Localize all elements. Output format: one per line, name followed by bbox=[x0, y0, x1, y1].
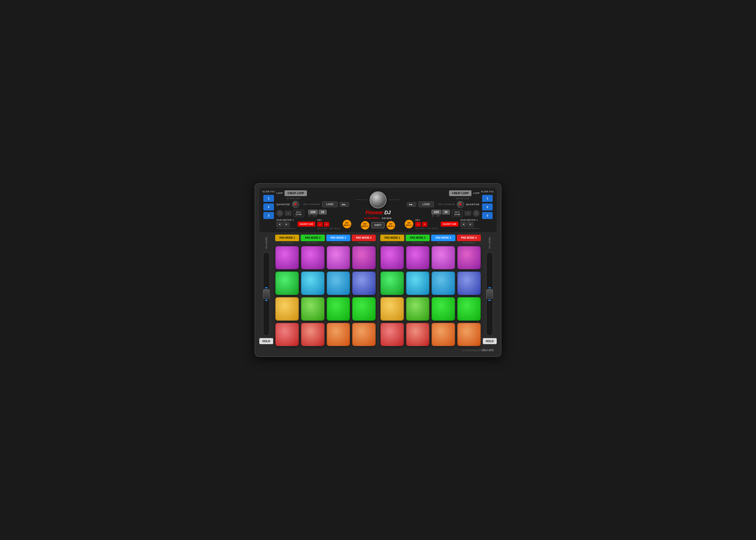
left-two-x-btn[interactable]: 2X bbox=[319, 210, 326, 214]
right-pad-4[interactable] bbox=[457, 246, 481, 270]
left-pad-8[interactable] bbox=[352, 271, 376, 295]
slide-fx2-btn3[interactable]: 3 bbox=[482, 212, 493, 219]
right-slider-handle[interactable] bbox=[486, 289, 493, 299]
right-quantize-knob[interactable] bbox=[457, 201, 464, 208]
left-pad-mode7-label: PAD MODE 7 bbox=[332, 242, 344, 244]
right-key-minus[interactable]: − bbox=[415, 222, 421, 227]
right-load-btn[interactable]: LOAD bbox=[418, 202, 434, 207]
right-key-plus[interactable]: + bbox=[422, 222, 427, 227]
left-key-minus[interactable]: − bbox=[317, 222, 323, 227]
right-pad-16[interactable] bbox=[457, 323, 481, 346]
left-pad-14[interactable] bbox=[301, 323, 324, 346]
right-pad-mode2-btn[interactable]: PAD MODE 2 bbox=[406, 235, 430, 241]
left-cue-transport[interactable]: ▶▶⎯ bbox=[340, 202, 349, 207]
shift-btn[interactable]: SHIFT bbox=[371, 222, 385, 228]
center-int-deck3-btn[interactable]: INT DECK 3 bbox=[361, 221, 369, 229]
slide-fx1-btn3[interactable]: 3 bbox=[263, 212, 274, 219]
right-pad-15[interactable] bbox=[432, 323, 455, 346]
right-pad-mode4-btn[interactable]: PAD MODE 4 bbox=[457, 235, 481, 241]
left-pad-3[interactable] bbox=[327, 246, 350, 270]
left-beat-sync-btn[interactable]: BEAT SYNC bbox=[293, 210, 304, 217]
right-pad-mode3-btn[interactable]: PAD MODE 3 bbox=[431, 235, 455, 241]
left-quantize-dot bbox=[294, 203, 296, 205]
left-param1-label: PARAMETER 1 bbox=[277, 219, 295, 221]
slide-fx1-btn2[interactable]: 2 bbox=[263, 203, 274, 210]
left-load-btn[interactable]: LOAD bbox=[322, 202, 338, 207]
left-pad-4[interactable] bbox=[352, 246, 376, 270]
left-param-left-btn[interactable]: ◄ bbox=[277, 222, 283, 227]
left-quantize-label: QUANTIZE bbox=[277, 203, 290, 206]
right-music-note[interactable]: ♫ bbox=[465, 211, 471, 215]
left-pad-11[interactable] bbox=[327, 297, 350, 321]
left-pad-1[interactable] bbox=[275, 246, 299, 270]
master-knob[interactable] bbox=[369, 191, 387, 208]
right-param-right-btn[interactable]: ► bbox=[468, 222, 473, 227]
right-pad-12[interactable] bbox=[457, 297, 481, 321]
left-pad-5[interactable] bbox=[275, 271, 299, 295]
right-pad-2[interactable] bbox=[406, 246, 430, 270]
left-pad-2[interactable] bbox=[301, 246, 324, 270]
center-int-deck4-btn[interactable]: INT DECK 4 bbox=[387, 221, 395, 229]
right-beat-loop-btn[interactable]: 4 BEAT LOOP bbox=[449, 190, 472, 196]
left-pad-group: PAD MODE 1 PAD MODE 5 PAD MODE 2 PAD MOD… bbox=[275, 235, 376, 346]
left-pad-mode2-btn[interactable]: PAD MODE 2 bbox=[300, 235, 324, 241]
right-pad-mode1-btn[interactable]: PAD MODE 1 bbox=[380, 235, 404, 241]
left-key-plus[interactable]: + bbox=[324, 222, 329, 227]
controller-type: DJ CONTROLLER bbox=[463, 349, 481, 352]
right-loop-label: LOOP bbox=[473, 192, 479, 194]
left-slider-handle[interactable] bbox=[263, 289, 270, 299]
left-int-deck-btn[interactable]: INT DECK 3 bbox=[343, 220, 351, 228]
center-deck4-label: DECK 4 bbox=[388, 225, 394, 227]
right-param2-label: ◄ PARAMETER 2 ► bbox=[461, 227, 479, 229]
left-music-note[interactable]: ♫ bbox=[285, 211, 291, 215]
right-pad-11[interactable] bbox=[432, 297, 455, 321]
left-beat-loop-btn[interactable]: 4 BEAT LOOP bbox=[284, 190, 307, 196]
slide-fx1-btn1[interactable]: 1 bbox=[263, 195, 274, 202]
right-beat-sync-btn[interactable]: BEAT SYNC bbox=[452, 210, 463, 217]
left-silent-cue-btn[interactable]: SILENT CUE bbox=[297, 221, 315, 227]
right-cue-transport[interactable]: ▶▶⎯ bbox=[407, 202, 416, 207]
left-quantize-knob[interactable] bbox=[292, 201, 299, 208]
left-beat-label: BEAT bbox=[295, 211, 302, 213]
left-pad-7[interactable] bbox=[327, 271, 350, 295]
right-fx-slider-track[interactable] bbox=[486, 252, 493, 336]
right-hold-btn[interactable]: HOLD bbox=[483, 338, 497, 344]
right-pad-3[interactable] bbox=[432, 246, 455, 270]
left-param-right-btn[interactable]: ► bbox=[284, 222, 289, 227]
right-silent-cue-btn[interactable]: SILENT CUE bbox=[441, 221, 459, 227]
right-pad-14[interactable] bbox=[406, 323, 430, 346]
right-param-left-btn[interactable]: ◄ bbox=[461, 222, 467, 227]
right-pad-13[interactable] bbox=[380, 323, 404, 346]
left-fx-slider-track[interactable] bbox=[263, 252, 270, 336]
right-pad-8[interactable] bbox=[457, 271, 481, 295]
right-pad-6[interactable] bbox=[406, 271, 430, 295]
right-pad-1[interactable] bbox=[380, 246, 404, 270]
left-pad-15[interactable] bbox=[327, 323, 350, 346]
right-beat-label: BEAT bbox=[454, 211, 461, 213]
slide-fx2-btn2[interactable]: 2 bbox=[482, 203, 493, 210]
rekordbox-logo: ■ rekordbox bbox=[364, 217, 379, 219]
right-int-deck-btn[interactable]: INT DECK 4 bbox=[405, 220, 413, 228]
right-pad-7[interactable] bbox=[432, 271, 455, 295]
right-pad-10[interactable] bbox=[406, 297, 430, 321]
left-pad-12[interactable] bbox=[352, 297, 376, 321]
left-pad-mode1-btn[interactable]: PAD MODE 1 bbox=[275, 235, 299, 241]
left-half-x-btn[interactable]: 1/2X bbox=[308, 210, 318, 214]
right-pad-mode6-label: PAD MODE 6 bbox=[412, 242, 424, 244]
left-pad-10[interactable] bbox=[301, 297, 324, 321]
slide-fx2-btn1[interactable]: 1 bbox=[482, 195, 493, 202]
right-pad-9[interactable] bbox=[380, 297, 404, 321]
left-pad-13[interactable] bbox=[275, 323, 299, 346]
right-half-x-btn[interactable]: 1/2X bbox=[432, 210, 441, 214]
right-pad-5[interactable] bbox=[380, 271, 404, 295]
left-pad-mode3-btn[interactable]: PAD MODE 3 bbox=[326, 235, 350, 241]
left-headphone-btn[interactable]: ⚫ bbox=[277, 210, 283, 216]
right-two-x-btn[interactable]: 2X bbox=[442, 210, 450, 214]
left-hold-btn[interactable]: HOLD bbox=[259, 338, 273, 344]
left-pad-9[interactable] bbox=[275, 297, 299, 321]
left-pad-16[interactable] bbox=[352, 323, 376, 346]
right-quantize-label: QUANTIZE bbox=[466, 203, 479, 206]
right-headphone-btn[interactable]: ⚫ bbox=[473, 210, 479, 216]
left-pad-mode4-btn[interactable]: PAD MODE 4 bbox=[352, 235, 376, 241]
left-pad-6[interactable] bbox=[301, 271, 324, 295]
